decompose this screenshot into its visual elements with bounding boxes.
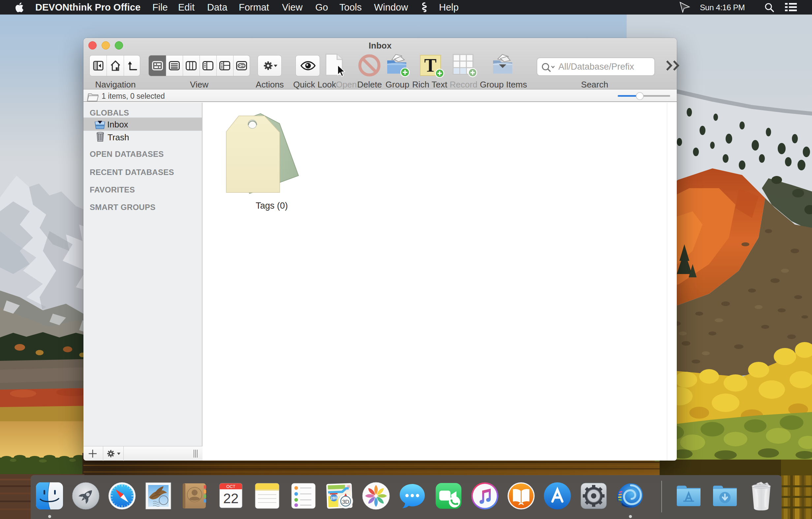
svg-text:22: 22 bbox=[223, 491, 239, 506]
svg-text:3D: 3D bbox=[342, 499, 349, 505]
svg-text:280: 280 bbox=[330, 496, 338, 500]
svg-text:T: T bbox=[424, 55, 436, 76]
svg-text:OCT: OCT bbox=[226, 484, 235, 489]
